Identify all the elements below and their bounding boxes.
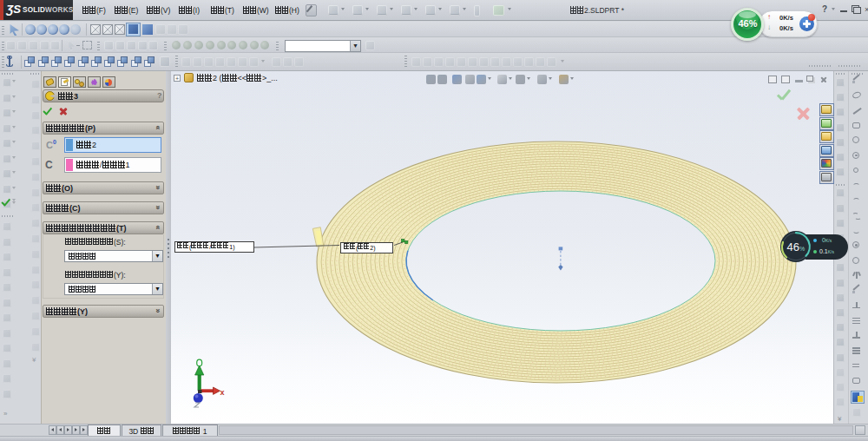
svg-text:x: x (220, 388, 225, 397)
